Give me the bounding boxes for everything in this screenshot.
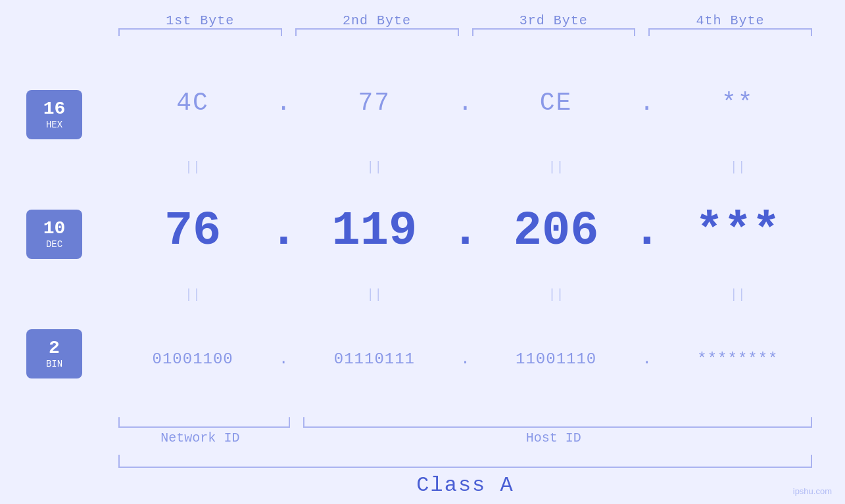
bin-cell-4: ******** [657,350,819,368]
dec-cell-4: *** [657,204,819,258]
content-area: 16 HEX 10 DEC 2 BIN 4C . [26,48,819,414]
class-bar [112,455,819,468]
badges-column: 16 HEX 10 DEC 2 BIN [26,48,112,414]
eq2-1: || [112,286,274,304]
bin-badge-label: BIN [46,359,62,369]
hex-value-3: CE [540,89,573,117]
hex-cell-1: 4C [112,89,274,117]
bin-cell-3: 11001110 [475,350,637,368]
eq1-4: || [657,158,819,176]
dec-cell-2: 119 [293,204,455,258]
bin-row: 01001100 . 01110111 . 11001110 . [112,304,819,414]
host-id-label: Host ID [289,430,819,446]
hex-badge-label: HEX [46,120,62,130]
eq-spacer-2 [456,158,475,176]
dec-value-4: *** [695,204,781,258]
equals-row-1: || || || || [112,158,819,176]
bytes-column: 4C . 77 . CE . ** [112,48,819,414]
host-bottom-bracket [303,417,812,428]
dec-dot-3: . [637,204,657,258]
network-bottom-bracket [118,417,290,428]
byte-headers-row: 1st Byte 2nd Byte 3rd Byte 4th Byte [26,13,819,28]
dec-badge-label: DEC [46,239,62,250]
eq1-3: || [475,158,637,176]
bin-cell-2: 01110111 [293,350,455,368]
top-bracket-3 [466,28,642,41]
eq2-spacer-1 [274,286,293,304]
bin-badge-number: 2 [49,338,60,359]
hex-value-4: ** [721,89,754,117]
dec-cell-1: 76 [112,204,274,258]
dec-dot-1: . [274,204,293,258]
network-id-label: Network ID [112,430,289,446]
hex-dot-3: . [637,89,657,117]
bin-value-3: 11001110 [516,350,596,368]
bin-dot-1: . [274,350,293,368]
dec-dot-2: . [456,204,475,258]
byte-header-1: 1st Byte [112,13,289,28]
watermark: ipshu.com [793,486,832,496]
bin-value-2: 01110111 [334,350,415,368]
hex-dot-1: . [274,89,293,117]
eq-spacer-1 [274,158,293,176]
bin-badge: 2 BIN [26,329,82,378]
bin-value-1: 01001100 [153,350,233,368]
eq2-3: || [475,286,637,304]
top-bracket-1 [112,28,289,41]
dec-badge: 10 DEC [26,210,82,259]
top-bracket-4 [642,28,819,41]
class-label: Class A [416,473,514,497]
hex-badge-number: 16 [43,99,66,120]
hex-cell-2: 77 [293,89,455,117]
hex-cell-4: ** [657,89,819,117]
equals-row-2: || || || || [112,286,819,304]
bin-value-4: ******** [697,350,778,368]
main-container: 1st Byte 2nd Byte 3rd Byte 4th Byte 16 H… [0,0,845,504]
dec-cell-3: 206 [475,204,637,258]
eq1-2: || [293,158,455,176]
bin-dot-3: . [637,350,657,368]
class-label-row: Class A [112,473,819,497]
top-brackets-row [26,28,819,41]
eq2-4: || [657,286,819,304]
hex-badge: 16 HEX [26,90,82,139]
eq2-spacer-3 [637,286,657,304]
bin-cell-1: 01001100 [112,350,274,368]
bin-dot-2: . [456,350,475,368]
hex-dot-2: . [456,89,475,117]
byte-header-2: 2nd Byte [289,13,466,28]
dec-badge-number: 10 [43,219,66,239]
dec-value-2: 119 [332,204,418,258]
class-bracket [118,455,812,468]
dec-row: 76 . 119 . 206 . *** [112,176,819,286]
bracket-top-4 [648,28,812,36]
hex-value-1: 4C [176,89,209,117]
byte-header-3: 3rd Byte [466,13,642,28]
bottom-section: Network ID Host ID Class A [26,417,819,497]
label-row: Network ID Host ID [112,430,819,446]
eq-spacer-3 [637,158,657,176]
eq2-spacer-2 [456,286,475,304]
bottom-brackets-row [112,417,819,428]
eq2-2: || [293,286,455,304]
byte-header-4: 4th Byte [642,13,819,28]
hex-row: 4C . 77 . CE . ** [112,48,819,158]
eq1-1: || [112,158,274,176]
hex-cell-3: CE [475,89,637,117]
hex-value-2: 77 [358,89,391,117]
bracket-top-2 [295,28,459,36]
bracket-top-3 [472,28,636,36]
top-bracket-2 [289,28,466,41]
dec-value-1: 76 [164,204,221,258]
bracket-top-1 [118,28,282,36]
dec-value-3: 206 [514,204,599,258]
